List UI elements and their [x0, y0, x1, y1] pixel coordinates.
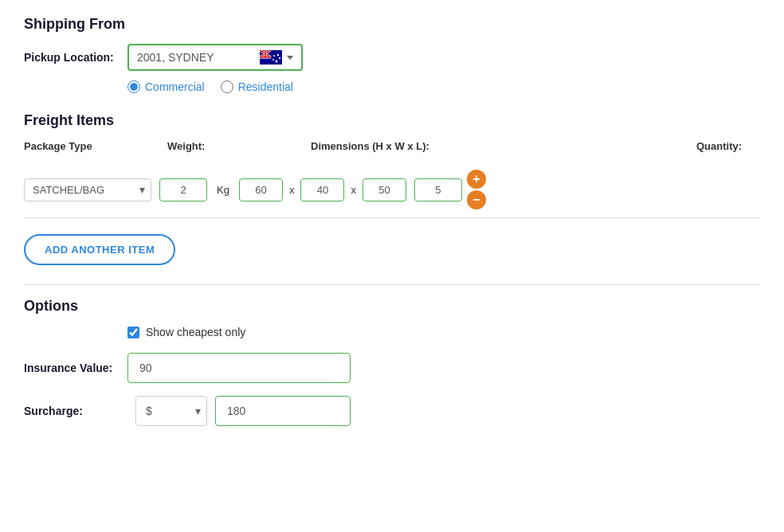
options-section: Options Show cheapest only Insurance Val… [24, 298, 760, 426]
surcharge-row: Surcharge: $ € £ ▾ [24, 396, 760, 426]
add-another-item-button[interactable]: ADD ANOTHER ITEM [24, 234, 175, 265]
quantity-input[interactable] [414, 178, 462, 201]
show-cheapest-row: Show cheapest only [127, 326, 760, 338]
surcharge-label: Surcharge: [24, 405, 127, 417]
freight-item-row: SATCHEL/BAG BOX PALLET ENVELOPE ▾ Kg x x… [24, 162, 760, 218]
svg-point-11 [277, 54, 279, 56]
shipping-from-section: Shipping From Pickup Location: 2001, SYD… [24, 16, 760, 93]
surcharge-value-input[interactable] [215, 396, 351, 426]
svg-rect-8 [265, 50, 266, 57]
dim-w-input[interactable] [300, 178, 344, 201]
show-cheapest-label: Show cheapest only [146, 326, 245, 338]
svg-point-12 [273, 55, 275, 57]
section-divider [24, 284, 760, 285]
dim-h-input[interactable] [239, 178, 283, 201]
svg-point-10 [279, 57, 280, 59]
surcharge-currency-wrapper: $ € £ ▾ [135, 396, 207, 426]
dim-x1: x [289, 184, 295, 196]
pickup-label: Pickup Location: [24, 51, 127, 64]
weight-unit: Kg [217, 184, 229, 196]
quantity-decrement-button[interactable]: − [467, 190, 486, 209]
freight-title: Freight Items [24, 112, 760, 129]
quantity-increment-button[interactable]: + [467, 170, 486, 189]
package-type-col-label: Package Type [24, 140, 151, 152]
freight-items-section: Freight Items Package Type Weight: Dimen… [24, 112, 760, 284]
svg-point-9 [276, 61, 278, 63]
quantity-group: + − [414, 170, 486, 209]
pickup-location-select[interactable]: 2001, SYDNEY [127, 44, 303, 71]
dimensions-group: x x [239, 178, 406, 201]
svg-point-13 [272, 59, 274, 61]
options-title: Options [24, 298, 760, 315]
shipping-from-title: Shipping From [24, 16, 760, 33]
pickup-value: 2001, SYDNEY [137, 51, 214, 64]
quantity-buttons: + − [467, 170, 486, 209]
pickup-dropdown-arrow [287, 56, 293, 60]
insurance-label: Insurance Value: [24, 362, 127, 374]
australia-flag-icon [260, 50, 282, 65]
package-type-wrapper: SATCHEL/BAG BOX PALLET ENVELOPE ▾ [24, 178, 151, 201]
dim-l-input[interactable] [363, 178, 406, 201]
show-cheapest-checkbox[interactable] [127, 327, 139, 338]
residential-label: Residential [238, 80, 293, 93]
commercial-radio[interactable]: Commercial [127, 80, 205, 93]
quantity-col-label: Quantity: [696, 140, 760, 152]
freight-header: Package Type Weight: Dimensions (H x W x… [24, 140, 760, 155]
pickup-location-row: Pickup Location: 2001, SYDNEY [24, 44, 760, 71]
weight-col-label: Weight: [167, 140, 231, 152]
surcharge-currency-select[interactable]: $ € £ [135, 396, 207, 426]
commercial-label: Commercial [145, 80, 205, 93]
insurance-row: Insurance Value: [24, 353, 760, 383]
dimensions-col-label: Dimensions (H x W x L): [311, 140, 429, 152]
location-type-group: Commercial Residential [127, 80, 760, 93]
residential-radio[interactable]: Residential [221, 80, 293, 93]
insurance-input[interactable] [127, 353, 351, 383]
dim-x2: x [351, 184, 356, 196]
package-type-select[interactable]: SATCHEL/BAG BOX PALLET ENVELOPE [24, 178, 151, 201]
weight-input[interactable] [159, 178, 207, 201]
